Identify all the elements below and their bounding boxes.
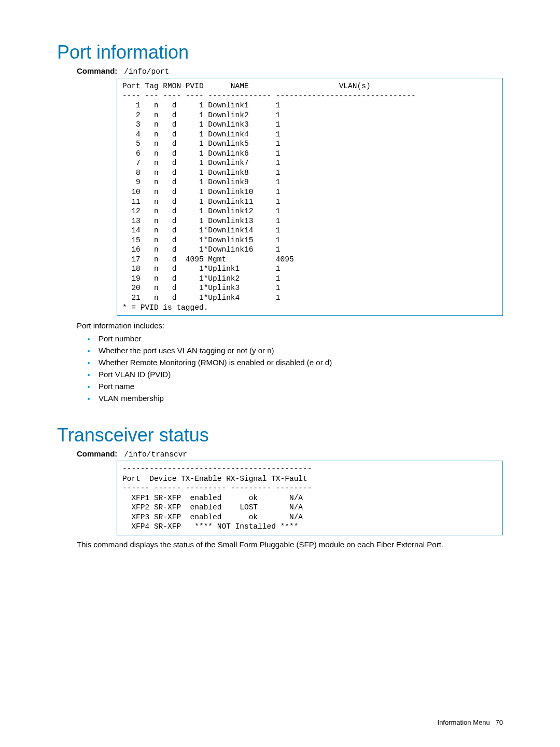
list-item: Port VLAN ID (PVID) — [95, 370, 503, 379]
list-item: VLAN membership — [95, 394, 503, 403]
section-title-port-information: Port information — [57, 42, 503, 63]
command-value-text: /info/transcvr — [124, 450, 187, 459]
command-value — [120, 450, 124, 459]
list-item: Whether the port uses VLAN tagging or no… — [95, 346, 503, 355]
command-line-transcvr: Command: /info/transcvr — [77, 449, 503, 459]
list-item: Port name — [95, 382, 503, 391]
codeblock-port-info: Port Tag RMON PVID NAME VLAN(s) ---- ---… — [117, 78, 503, 316]
codeblock-transceiver: ----------------------------------------… — [117, 461, 503, 535]
port-info-intro: Port information includes: — [77, 321, 503, 330]
port-info-bullets: Port number Whether the port uses VLAN t… — [77, 334, 503, 403]
page-footer: Information Menu 70 — [438, 718, 503, 726]
footer-page-number: 70 — [496, 718, 503, 726]
command-label: Command: — [77, 66, 117, 75]
footer-section: Information Menu — [438, 718, 490, 726]
command-value-text: /info/port — [124, 67, 169, 76]
command-value — [120, 67, 124, 76]
section-title-transceiver-status: Transceiver status — [57, 424, 503, 446]
transceiver-body-text: This command displays the status of the … — [77, 540, 483, 550]
list-item: Port number — [95, 334, 503, 343]
command-line-port: Command: /info/port — [77, 66, 503, 76]
command-label: Command: — [77, 449, 117, 458]
list-item: Whether Remote Monitoring (RMON) is enab… — [95, 358, 503, 367]
